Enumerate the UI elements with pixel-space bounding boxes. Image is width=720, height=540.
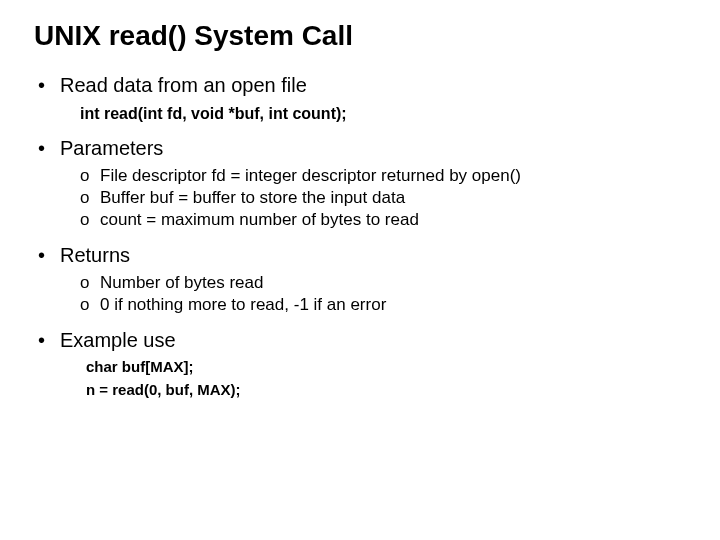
param-item: o File descriptor fd = integer descripto… xyxy=(80,166,686,186)
bullet-example: • Example use xyxy=(34,329,686,352)
bullet-dot-icon: • xyxy=(34,74,60,97)
code-signature: int read(int fd, void *buf, int count); xyxy=(80,105,686,123)
bullet-dot-icon: • xyxy=(34,244,60,267)
param-text: count = maximum number of bytes to read xyxy=(100,210,419,230)
return-text: Number of bytes read xyxy=(100,273,263,293)
bullet-dot-icon: • xyxy=(34,329,60,352)
bullet-read-data: • Read data from an open file xyxy=(34,74,686,97)
param-item: o Buffer buf = buffer to store the input… xyxy=(80,188,686,208)
circle-bullet-icon: o xyxy=(80,295,100,315)
circle-bullet-icon: o xyxy=(80,166,100,186)
circle-bullet-icon: o xyxy=(80,188,100,208)
param-item: o count = maximum number of bytes to rea… xyxy=(80,210,686,230)
param-text: File descriptor fd = integer descriptor … xyxy=(100,166,521,186)
bullet-text: Parameters xyxy=(60,137,163,160)
example-code-line2: n = read(0, buf, MAX); xyxy=(86,381,686,400)
example-code-line1: char buf[MAX]; xyxy=(86,358,686,377)
bullet-dot-icon: • xyxy=(34,137,60,160)
return-item: o Number of bytes read xyxy=(80,273,686,293)
bullet-parameters: • Parameters xyxy=(34,137,686,160)
param-text: Buffer buf = buffer to store the input d… xyxy=(100,188,405,208)
bullet-returns: • Returns xyxy=(34,244,686,267)
return-item: o 0 if nothing more to read, -1 if an er… xyxy=(80,295,686,315)
bullet-text: Example use xyxy=(60,329,176,352)
slide-title: UNIX read() System Call xyxy=(34,20,686,52)
circle-bullet-icon: o xyxy=(80,210,100,230)
bullet-text: Read data from an open file xyxy=(60,74,307,97)
return-text: 0 if nothing more to read, -1 if an erro… xyxy=(100,295,386,315)
circle-bullet-icon: o xyxy=(80,273,100,293)
bullet-text: Returns xyxy=(60,244,130,267)
